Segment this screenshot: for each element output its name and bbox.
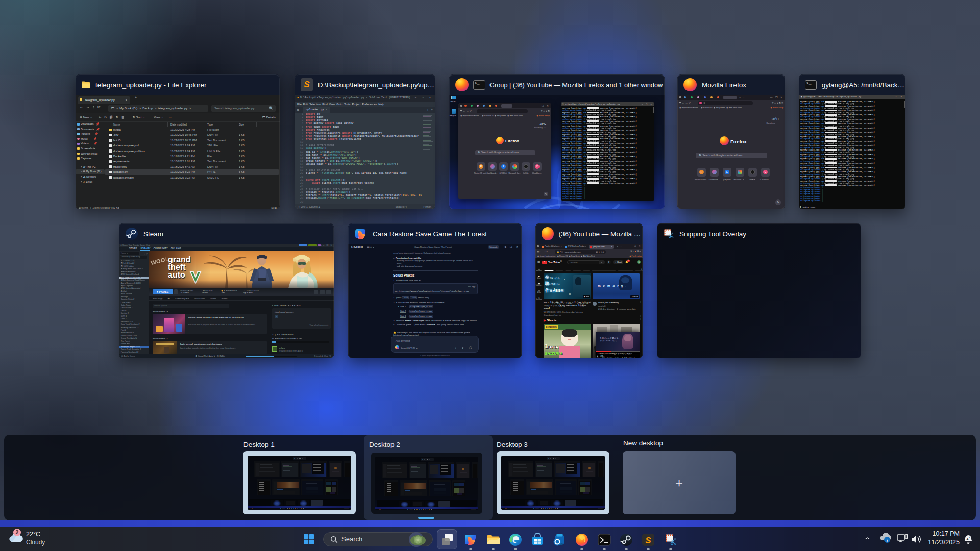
svg-text:S: S	[645, 536, 651, 545]
